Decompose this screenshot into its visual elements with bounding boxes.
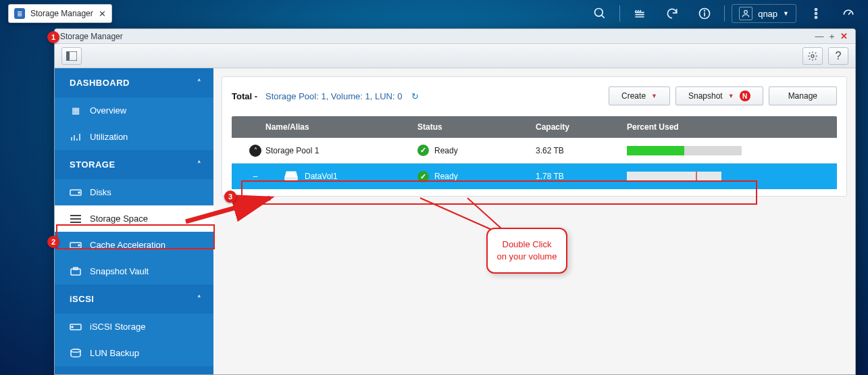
svg-point-5 bbox=[744, 10, 748, 14]
snapshot-vault-icon bbox=[70, 267, 82, 276]
avatar-icon bbox=[739, 7, 752, 20]
sidebar-item-iscsi-storage[interactable]: iSCSI Storage bbox=[55, 314, 213, 340]
taskbar-tab-title: Storage Manager bbox=[30, 9, 93, 18]
iscsi-icon bbox=[70, 323, 82, 331]
window-title: Storage Manager bbox=[60, 32, 123, 41]
status-ok-icon: ✓ bbox=[417, 145, 429, 156]
sidebar-section-virtual-disk[interactable]: VIRTUAL DISK ˄ bbox=[55, 366, 213, 374]
sidebar-item-overview[interactable]: ▦ Overview bbox=[55, 97, 213, 124]
storage-panel: Total - Storage Pool: 1, Volume: 1, LUN:… bbox=[222, 76, 847, 197]
chevron-down-icon: ▼ bbox=[728, 93, 734, 99]
chevron-down-icon: ▼ bbox=[651, 93, 657, 99]
collapse-icon[interactable]: ˄ bbox=[245, 145, 265, 157]
refresh-icon[interactable]: ↻ bbox=[411, 91, 419, 101]
status-ok-icon: ✓ bbox=[417, 171, 429, 182]
lun-backup-icon bbox=[70, 349, 82, 358]
sidebar-section-iscsi[interactable]: iSCSI ˄ bbox=[55, 284, 213, 314]
separator bbox=[724, 5, 725, 22]
sidebar-item-snapshot-vault[interactable]: Snapshot Vault bbox=[55, 258, 213, 284]
chevron-up-icon: ˄ bbox=[197, 78, 202, 87]
annotation-marker-1: 1 bbox=[47, 31, 59, 43]
table-row-pool[interactable]: ˄ Storage Pool 1 ✓ Ready 3.62 TB bbox=[232, 138, 837, 164]
more-icon[interactable] bbox=[803, 0, 829, 27]
annotation-marker-3: 3 bbox=[224, 191, 236, 203]
svg-point-6 bbox=[815, 9, 817, 11]
user-menu[interactable]: qnap ▼ bbox=[732, 4, 796, 23]
sidebar-item-cache-acceleration[interactable]: Cache Acceleration bbox=[55, 232, 213, 258]
username: qnap bbox=[758, 9, 777, 19]
table-row-volume[interactable]: – DataVol1 ✓ Ready 1.78 TB bbox=[232, 164, 837, 189]
row-capacity: 1.78 TB bbox=[536, 172, 627, 181]
close-button[interactable]: ✕ bbox=[838, 31, 850, 41]
svg-point-12 bbox=[811, 55, 814, 57]
row-name: DataVol1 bbox=[305, 172, 338, 181]
backup-icon[interactable] bbox=[627, 0, 653, 27]
row-status: Ready bbox=[434, 172, 458, 181]
svg-point-27 bbox=[72, 326, 73, 328]
search-icon[interactable] bbox=[587, 0, 613, 27]
maximize-button[interactable]: ＋ bbox=[825, 30, 838, 43]
window-titlebar[interactable]: Storage Manager — ＋ ✕ bbox=[55, 29, 855, 44]
storage-space-icon bbox=[70, 214, 82, 224]
row-capacity: 3.62 TB bbox=[536, 146, 627, 155]
row-status: Ready bbox=[434, 146, 458, 155]
col-capacity: Capacity bbox=[536, 122, 627, 132]
svg-rect-29 bbox=[285, 177, 297, 180]
window: Storage Manager — ＋ ✕ ? DASHBOARD ˄ ▦ Ov… bbox=[54, 28, 856, 375]
create-button[interactable]: Create ▼ bbox=[609, 86, 670, 105]
svg-point-18 bbox=[78, 192, 80, 193]
separator bbox=[619, 5, 620, 22]
annotation-callout: Double Click on your volume bbox=[486, 228, 567, 274]
svg-point-0 bbox=[595, 9, 603, 17]
grid-header: Name/Alias Status Capacity Percent Used bbox=[232, 116, 837, 138]
svg-point-23 bbox=[78, 245, 80, 246]
close-icon[interactable]: ✕ bbox=[99, 9, 106, 19]
volume-icon bbox=[284, 170, 298, 183]
sidebar-toggle-button[interactable] bbox=[61, 47, 82, 65]
svg-point-4 bbox=[705, 10, 705, 11]
usage-bar bbox=[627, 146, 742, 155]
storage-icon: ≣ bbox=[14, 8, 25, 19]
tree-branch-icon: – bbox=[245, 172, 265, 181]
row-name: Storage Pool 1 bbox=[265, 146, 319, 155]
svg-point-28 bbox=[71, 349, 80, 352]
disk-icon bbox=[70, 189, 82, 197]
svg-line-1 bbox=[602, 16, 605, 18]
sidebar: DASHBOARD ˄ ▦ Overview Utilization STORA… bbox=[55, 68, 213, 374]
snapshot-button[interactable]: Snapshot ▼ N bbox=[675, 86, 763, 105]
chevron-down-icon: ▼ bbox=[783, 10, 789, 17]
svg-line-9 bbox=[848, 12, 850, 15]
window-toolbar: ? bbox=[55, 44, 855, 68]
main-content: Total - Storage Pool: 1, Volume: 1, LUN:… bbox=[213, 68, 855, 374]
total-values: Storage Pool: 1, Volume: 1, LUN: 0 bbox=[265, 91, 402, 101]
cache-icon bbox=[70, 241, 82, 249]
settings-button[interactable] bbox=[802, 47, 823, 65]
refresh-icon[interactable] bbox=[659, 0, 685, 27]
minimize-button[interactable]: — bbox=[813, 31, 825, 41]
manage-button[interactable]: Manage bbox=[769, 86, 837, 105]
col-percent: Percent Used bbox=[627, 122, 837, 132]
svg-rect-11 bbox=[66, 51, 70, 61]
info-icon[interactable] bbox=[692, 0, 717, 27]
snapshot-badge: N bbox=[740, 91, 750, 101]
sidebar-item-disks[interactable]: Disks bbox=[55, 179, 213, 205]
summary-row: Total - Storage Pool: 1, Volume: 1, LUN:… bbox=[232, 86, 837, 105]
sidebar-section-dashboard[interactable]: DASHBOARD ˄ bbox=[55, 68, 213, 97]
col-status: Status bbox=[417, 122, 536, 132]
taskbar-tab[interactable]: ≣ Storage Manager ✕ bbox=[8, 4, 112, 23]
annotation-marker-2: 2 bbox=[47, 236, 59, 248]
col-name: Name/Alias bbox=[265, 122, 417, 132]
sidebar-item-lun-backup[interactable]: LUN Backup bbox=[55, 340, 213, 366]
svg-point-8 bbox=[815, 16, 817, 18]
total-label: Total - bbox=[232, 91, 257, 101]
usage-bar bbox=[627, 172, 721, 181]
sidebar-item-storage-space[interactable]: Storage Space bbox=[55, 205, 213, 232]
sidebar-item-utilization[interactable]: Utilization bbox=[55, 124, 213, 150]
dashboard-icon[interactable] bbox=[836, 0, 861, 27]
chevron-up-icon: ˄ bbox=[197, 160, 202, 169]
sidebar-section-storage[interactable]: STORAGE ˄ bbox=[55, 150, 213, 179]
chevron-up-icon: ˄ bbox=[197, 295, 202, 303]
utilization-icon bbox=[70, 132, 82, 142]
help-button[interactable]: ? bbox=[828, 47, 848, 65]
system-tray: qnap ▼ bbox=[587, 0, 861, 27]
